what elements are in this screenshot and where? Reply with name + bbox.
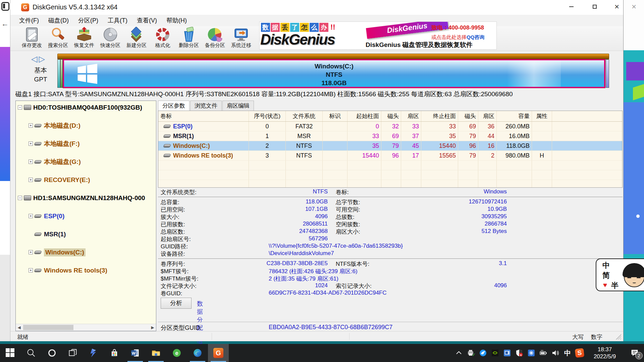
menu-item-4[interactable]: 工具(T) [103, 15, 132, 26]
taskbar-tsearch-icon[interactable] [21, 344, 42, 362]
tree-item-label: Windows RE tools(3) [44, 267, 107, 274]
minimize-button[interactable] [564, 0, 579, 13]
tree-horizontal-scrollbar[interactable]: ◀ ▶ [16, 324, 156, 331]
partition-sliver-re-tools[interactable] [606, 59, 609, 88]
taskbar-start-icon[interactable] [0, 344, 21, 362]
tree-item-windows-c-[interactable]: +Windows(C:) [16, 248, 156, 257]
menu-item-3[interactable]: 分区(P) [73, 15, 103, 26]
tree-item-msr-1-[interactable]: MSR(1) [16, 230, 156, 239]
table-row-msr-1-[interactable]: MSR(1)1MSR33693735794416.0MB [158, 131, 622, 141]
column-header[interactable]: 磁头 [381, 111, 401, 121]
tree-item--d-[interactable]: +本地磁盘(D:) [16, 121, 156, 130]
partition-sliver-esp[interactable] [57, 59, 60, 88]
expand-icon[interactable]: + [29, 141, 33, 146]
column-header[interactable]: 序号(状态) [249, 111, 286, 121]
column-header[interactable]: 标识 [323, 111, 347, 121]
notification-center-icon[interactable]: 2 [625, 344, 644, 362]
menu-item-2[interactable]: 磁盘(D) [44, 15, 73, 26]
cell-cap: 260.0MB [497, 122, 532, 131]
tray-sogou-icon[interactable]: S [574, 344, 586, 362]
expand-icon[interactable]: + [29, 214, 33, 218]
expand-icon[interactable]: + [29, 250, 33, 254]
table-row-windows-c-[interactable]: Windows(C:)2NTFS357945154409616118.0GB [158, 141, 622, 151]
column-header[interactable]: 终止柱面 [421, 111, 458, 121]
tree-item--f-[interactable]: +本地磁盘(F:) [16, 139, 156, 148]
scroll-left-icon[interactable]: ◀ [16, 324, 22, 331]
tray-volume-icon[interactable] [549, 344, 561, 362]
tree-item-label: HD0:TOSHIBAMQ04ABF100(932GB) [33, 104, 142, 111]
detail-value: 10.9GB [379, 206, 507, 213]
collapse-icon[interactable]: − [18, 196, 22, 200]
tray-snowflake-icon[interactable] [525, 344, 537, 362]
tree-item-hd0-toshibamq04abf100-932gb-[interactable]: −HD0:TOSHIBAMQ04ABF100(932GB) [16, 103, 156, 112]
tab-3[interactable]: 扇区编辑 [222, 101, 254, 111]
toolbar-search-button[interactable]: 搜索分区 [45, 27, 71, 50]
table-row-esp-0-[interactable]: ESP(0)0FAT3203233336936260.0MB [158, 122, 622, 131]
ad-banner[interactable]: 数据丢了怎么办!! DiskGenius DiskGenius DiskGeni… [259, 21, 497, 50]
analyze-button[interactable]: 分析 [161, 298, 192, 309]
partition-sliver-msr[interactable] [60, 59, 63, 88]
partition-windows-c[interactable]: Windows(C:) NTFS 118.0GB [63, 59, 605, 88]
taskbar-taskview-icon[interactable] [62, 344, 83, 362]
close-button[interactable]: × [609, 0, 624, 13]
ad-qq-link[interactable]: 或点击此处选择QQ咨询 [431, 34, 496, 41]
taskbar-word-icon[interactable]: W [125, 344, 146, 362]
toolbar-quick-button[interactable]: 快速分区 [97, 27, 123, 50]
toolbar-save-button[interactable]: 保存更改 [19, 27, 45, 50]
tab-2[interactable]: 浏览文件 [190, 101, 222, 111]
tray-ime-icon[interactable]: 中 [561, 344, 574, 362]
tray-nvidia-icon[interactable] [489, 344, 501, 362]
tray-battery-icon[interactable] [537, 344, 549, 362]
column-header[interactable]: 磁头 [458, 111, 478, 121]
tree-item-recovery-e-[interactable]: +RECOVERY(E:) [16, 175, 156, 184]
taskbar-cortana-icon[interactable] [42, 344, 62, 362]
tree-item-windows-re-tools-3-[interactable]: +Windows RE tools(3) [16, 266, 156, 275]
partition-icon [34, 124, 42, 127]
taskbar-diskgenius-icon[interactable]: G [208, 344, 229, 362]
taskbar-edge-icon[interactable] [187, 344, 208, 362]
taskbar-store-icon[interactable] [104, 344, 125, 362]
scrollbar-thumb[interactable] [23, 325, 73, 330]
tab-1[interactable]: 分区参数 [158, 101, 190, 111]
expand-icon[interactable]: + [29, 160, 33, 164]
column-header[interactable]: 扇区 [401, 111, 421, 121]
toolbar-backup-button[interactable]: 备份分区 [202, 27, 228, 50]
tray-printer-icon[interactable]: ✓ [465, 344, 477, 362]
floating-sticker-widget[interactable]: 中 简 半 ♥ [596, 258, 644, 291]
menu-item-5[interactable]: 查看(V) [132, 15, 162, 26]
taskbar-explorer-icon[interactable] [146, 344, 166, 362]
tray-intel-icon[interactable] [501, 344, 513, 362]
maximize-button[interactable] [587, 0, 602, 13]
column-header[interactable]: 起始柱面 [347, 111, 381, 121]
column-header[interactable]: 扇区 [478, 111, 497, 121]
column-header[interactable]: 容量 [497, 111, 532, 121]
tree-item-hd1-samsungmznln128hahq-000[interactable]: −HD1:SAMSUNGMZNLN128HAHQ-000 [16, 193, 156, 202]
tree-item-esp-0-[interactable]: +ESP(0) [16, 212, 156, 221]
collapse-icon[interactable]: − [18, 105, 22, 110]
expand-icon[interactable]: + [29, 178, 33, 182]
column-header[interactable]: 文件系统 [286, 111, 323, 121]
column-header[interactable]: 卷标 [158, 111, 249, 121]
toolbar-format-button[interactable]: 格式化 [150, 27, 176, 50]
toolbar-delete-button[interactable]: 删除分区 [176, 27, 202, 50]
taskbar-clock[interactable]: 18:372022/5/9 [586, 346, 625, 360]
toolbar-newpart-button[interactable]: 新建分区 [123, 27, 150, 50]
taskbar-swoosh-icon[interactable] [83, 344, 104, 362]
column-header[interactable]: 属性 [532, 111, 552, 121]
tree-item--g-[interactable]: +本地磁盘(G:) [16, 157, 156, 166]
taskbar-iegreen-icon[interactable]: e [166, 344, 187, 362]
detail-label: 卷序列号: [161, 260, 185, 268]
menu-item-1[interactable]: 文件(F) [14, 15, 44, 26]
toolbar-migrate-button[interactable]: 系统迁移 [228, 27, 254, 50]
detail-label: 卷GUID: [161, 290, 182, 297]
expand-icon[interactable]: + [29, 123, 33, 128]
table-row-windows-re-tools-3-[interactable]: Windows RE tools(3)3NTFS1544096171556579… [158, 151, 622, 161]
tray-chevup-icon[interactable] [453, 344, 465, 362]
scroll-right-icon[interactable]: ▶ [149, 324, 156, 331]
toolbar-recover-button[interactable]: 恢复文件 [71, 27, 97, 50]
disk-nav-arrows[interactable]: ◁▷ [31, 54, 51, 64]
expand-icon[interactable]: + [29, 268, 33, 273]
menu-item-6[interactable]: 帮助(H) [162, 15, 192, 26]
tray-bird-icon[interactable] [477, 344, 489, 362]
tray-defender-icon[interactable]: x [513, 344, 525, 362]
